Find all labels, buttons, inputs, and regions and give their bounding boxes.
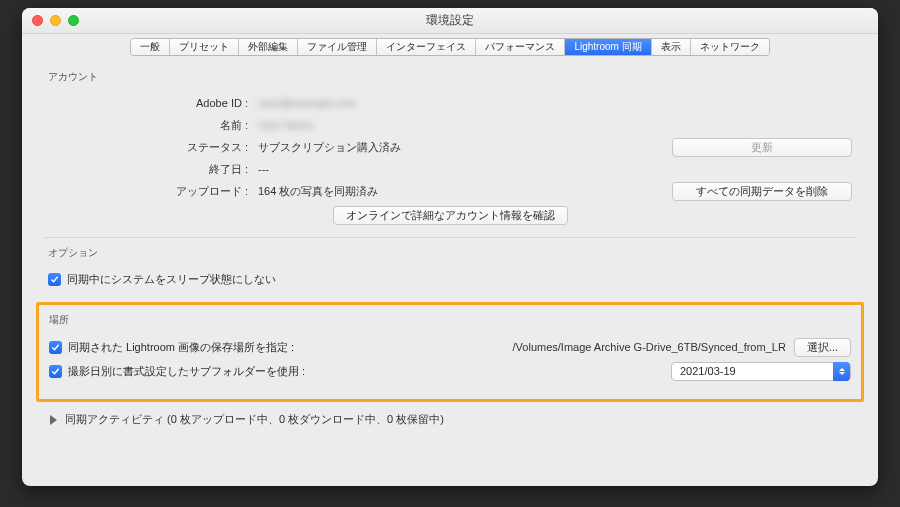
prevent-sleep-label: 同期中にシステムをスリープ状態にしない [67,272,276,287]
label-status: ステータス : [48,140,248,155]
chevron-updown-icon [833,362,850,381]
window-title: 環境設定 [22,12,878,29]
subfolder-format-select[interactable]: 2021/03-19 [671,362,851,381]
value-upload: 164 枚の写真を同期済み [258,184,378,199]
online-account-info-button[interactable]: オンラインで詳細なアカウント情報を確認 [333,206,568,225]
row-status: ステータス : サブスクリプション購入済み 更新 [48,136,852,158]
label-end-date: 終了日 : [48,162,248,177]
specify-location-label: 同期された Lightroom 画像の保存場所を指定 : [68,340,294,355]
subfolder-format-value: 2021/03-19 [680,365,736,377]
value-status: サブスクリプション購入済み [258,140,401,155]
delete-all-sync-button[interactable]: すべての同期データを削除 [672,182,852,201]
divider [44,237,856,238]
tab-7[interactable]: 表示 [652,39,691,55]
location-path: /Volumes/Image Archive G-Drive_6TB/Synce… [513,341,786,353]
options-section-title: オプション [48,246,852,260]
sync-activity-label: 同期アクティビティ (0 枚アップロード中、0 枚ダウンロード中、0 枚保留中) [65,412,444,427]
row-adobe-id: Adobe ID : user@example.com [48,92,852,114]
label-name: 名前 : [48,118,248,133]
subfolder-label: 撮影日別に書式設定したサブフォルダーを使用 : [68,364,305,379]
update-button[interactable]: 更新 [672,138,852,157]
checkbox-icon[interactable] [49,341,62,354]
prevent-sleep-row[interactable]: 同期中にシステムをスリープ状態にしない [48,268,852,290]
tab-group: 一般プリセット外部編集ファイル管理インターフェイスパフォーマンスLightroo… [130,38,769,56]
location-section-highlight: 場所 同期された Lightroom 画像の保存場所を指定 : /Volumes… [36,302,864,402]
label-upload: アップロード : [48,184,248,199]
content: アカウント Adobe ID : user@example.com 名前 : U… [22,60,878,486]
titlebar: 環境設定 [22,8,878,34]
account-section: アカウント Adobe ID : user@example.com 名前 : U… [48,70,852,225]
row-end-date: 終了日 : --- [48,158,852,180]
tab-4[interactable]: インターフェイス [377,39,476,55]
checkbox-icon[interactable] [48,273,61,286]
options-section: オプション 同期中にシステムをスリープ状態にしない [48,246,852,290]
tabs-row: 一般プリセット外部編集ファイル管理インターフェイスパフォーマンスLightroo… [22,34,878,60]
location-section-title: 場所 [49,313,851,327]
tab-2[interactable]: 外部編集 [239,39,298,55]
choose-button[interactable]: 選択... [794,338,851,357]
tab-3[interactable]: ファイル管理 [298,39,377,55]
tab-8[interactable]: ネットワーク [691,39,769,55]
checkbox-icon[interactable] [49,365,62,378]
value-name: User Name [258,119,314,131]
specify-location-row: 同期された Lightroom 画像の保存場所を指定 : /Volumes/Im… [49,335,851,359]
tab-5[interactable]: パフォーマンス [476,39,565,55]
disclosure-triangle-icon[interactable] [50,415,57,425]
value-adobe-id: user@example.com [258,97,356,109]
tab-1[interactable]: プリセット [170,39,239,55]
value-end-date: --- [258,163,269,175]
account-section-title: アカウント [48,70,852,84]
preferences-window: 環境設定 一般プリセット外部編集ファイル管理インターフェイスパフォーマンスLig… [22,8,878,486]
tab-6[interactable]: Lightroom 同期 [565,39,651,55]
label-adobe-id: Adobe ID : [48,97,248,109]
sync-activity-row[interactable]: 同期アクティビティ (0 枚アップロード中、0 枚ダウンロード中、0 枚保留中) [48,412,852,427]
row-name: 名前 : User Name [48,114,852,136]
subfolder-row: 撮影日別に書式設定したサブフォルダーを使用 : 2021/03-19 [49,359,851,383]
row-upload: アップロード : 164 枚の写真を同期済み すべての同期データを削除 [48,180,852,202]
tab-0[interactable]: 一般 [131,39,170,55]
